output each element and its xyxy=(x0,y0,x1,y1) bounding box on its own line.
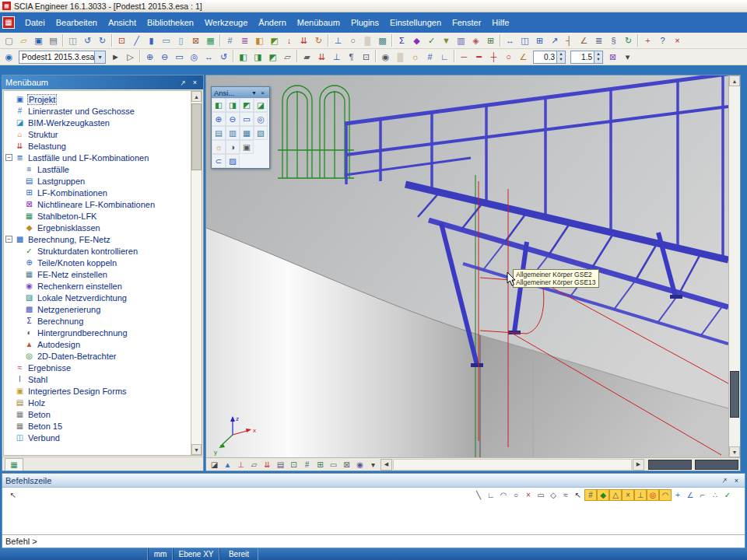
view-top-icon[interactable]: ◧ xyxy=(236,50,251,64)
hidden-line-icon[interactable]: ◩ xyxy=(240,98,254,112)
scale-small-stepper[interactable]: 0.3 ▲▼ xyxy=(533,51,566,64)
section-display-icon[interactable]: ▭ xyxy=(327,459,340,471)
scroll-up-icon[interactable]: ▲ xyxy=(729,75,740,86)
erase-icon[interactable]: × xyxy=(522,489,535,501)
camera-view-icon[interactable]: ◉ xyxy=(378,50,393,64)
point-load-tool-icon[interactable]: ↓ xyxy=(282,33,296,47)
line-load-tool-icon[interactable]: ⇊ xyxy=(296,33,311,47)
draw-spline-icon[interactable]: ≈ xyxy=(559,489,572,501)
menu-ändern[interactable]: Ändern xyxy=(253,16,291,29)
menu-plugins[interactable]: Plugins xyxy=(345,16,384,29)
scroll-up-icon[interactable]: ▲ xyxy=(191,91,202,102)
open-project-icon[interactable]: ▱ xyxy=(16,33,31,47)
new-project-icon[interactable]: ▢ xyxy=(2,33,16,47)
tree-item-beton[interactable]: ▦Beton xyxy=(4,408,191,420)
tree-item-netzgenerierung[interactable]: ▩Netzgenerierung xyxy=(4,303,191,315)
number-display-icon[interactable]: # xyxy=(300,459,314,471)
tree-item-struktur[interactable]: ⌂Struktur xyxy=(4,128,191,140)
tree-item-fe-netz-einstellen[interactable]: ▦FE-Netz einstellen xyxy=(4,268,191,280)
storey-tool-icon[interactable]: ≣ xyxy=(237,33,252,47)
close-icon[interactable]: × xyxy=(258,89,267,96)
snap-center-icon[interactable]: ◎ xyxy=(647,489,659,501)
view-front-icon[interactable]: ◨ xyxy=(251,50,265,64)
plate-tool-icon[interactable]: ▭ xyxy=(159,33,174,47)
close-view-icon[interactable]: × xyxy=(670,33,685,47)
hatch-icon[interactable]: ▨ xyxy=(226,154,240,168)
settings-tool-icon[interactable]: + xyxy=(640,33,655,47)
tree-item-stahl[interactable]: IStahl xyxy=(4,373,191,385)
refresh-view-icon[interactable]: ↻ xyxy=(621,33,636,47)
steel-check-icon[interactable]: ✓ xyxy=(424,33,439,47)
layer-manager-icon[interactable]: ≣ xyxy=(591,33,606,47)
scale-large-stepper[interactable]: 1.5 ▲▼ xyxy=(570,51,603,64)
confirm-icon[interactable]: ✓ xyxy=(721,489,734,501)
tree-item-integriertes-design-forms[interactable]: ▣Integriertes Design Forms xyxy=(4,385,191,397)
chevron-down-icon[interactable]: ▾ xyxy=(250,89,258,96)
measure-tool-icon[interactable]: ∠ xyxy=(577,33,591,47)
menu-menübaum[interactable]: Menübaum xyxy=(292,16,345,29)
snap-intersection-icon[interactable]: × xyxy=(622,489,634,501)
rotate-view-icon[interactable]: ↺ xyxy=(216,50,231,64)
opening-tool-icon[interactable]: ⊠ xyxy=(188,33,203,47)
viewport-vscroll-thumb[interactable] xyxy=(730,371,739,418)
copy-picture-icon[interactable]: ◫ xyxy=(65,33,80,47)
show-loads-icon[interactable]: ⇊ xyxy=(314,50,329,64)
calculate-icon[interactable]: Σ xyxy=(395,33,409,47)
chevron-down-icon[interactable]: ▾ xyxy=(94,51,105,63)
model-view[interactable]: x y z Ansi... ▾ xyxy=(206,75,728,457)
menu-werkzeuge[interactable]: Werkzeuge xyxy=(199,16,253,29)
view-palette-header[interactable]: Ansi... ▾ × xyxy=(212,87,269,98)
zoom-in-icon[interactable]: ⊕ xyxy=(142,50,157,64)
menu-hilfe[interactable]: Hilfe xyxy=(486,16,514,29)
tree-item-stahlbeton-lfk[interactable]: ▦Stahlbeton-LFK xyxy=(4,210,191,222)
angle-tool-icon[interactable]: ∠ xyxy=(516,50,531,64)
menu-datei[interactable]: Datei xyxy=(19,16,51,29)
general-solid-tool-icon[interactable]: ◩ xyxy=(267,33,282,47)
clip-plane-icon[interactable]: ▣ xyxy=(240,140,254,154)
load-display-icon[interactable]: ⇊ xyxy=(261,459,274,471)
tree-item-verbund[interactable]: ◫Verbund xyxy=(4,432,191,443)
tree-item-lastfälle[interactable]: ≡Lastfälle xyxy=(4,163,191,175)
array-tool-icon[interactable]: ⊞ xyxy=(532,33,547,47)
shading-icon[interactable]: ◧ xyxy=(212,98,226,112)
tree-scrollbar[interactable]: ▲ ▼ xyxy=(191,91,202,455)
wireframe-mode-icon[interactable]: ▱ xyxy=(280,50,295,64)
light-icon[interactable]: ☼ xyxy=(212,140,226,154)
menu-bearbeiten[interactable]: Bearbeiten xyxy=(51,16,103,29)
tree-item-berechnung-fe-netz[interactable]: −▩Berechnung, FE-Netz xyxy=(4,233,191,245)
snap-midpoint-icon[interactable]: △ xyxy=(609,489,622,501)
draw-polyline-icon[interactable]: ∟ xyxy=(485,489,497,501)
ucs-toggle-icon[interactable]: ⌐ xyxy=(696,489,709,501)
zoom-all-icon[interactable]: ◎ xyxy=(187,50,202,64)
tree-item-lokale-netzverdichtung[interactable]: ▨Lokale Netzverdichtung xyxy=(4,292,191,303)
mesh-tool-icon[interactable]: ▩ xyxy=(375,33,390,47)
moment-load-tool-icon[interactable]: ↻ xyxy=(311,33,326,47)
catalog-block-tool-icon[interactable]: ◧ xyxy=(252,33,267,47)
axes-toggle-icon[interactable]: ⊥ xyxy=(234,459,247,471)
load-panel-tool-icon[interactable]: ▦ xyxy=(203,33,218,47)
coord-relative-icon[interactable]: ∠ xyxy=(684,489,696,501)
pan-view-icon[interactable]: ↔ xyxy=(202,50,216,64)
light-mode-icon[interactable]: ☼ xyxy=(408,50,423,64)
snap-arc-icon[interactable]: ◠ xyxy=(659,489,672,501)
deselect-all-icon[interactable]: ▷ xyxy=(123,50,138,64)
select-elements-icon[interactable]: ► xyxy=(108,50,123,64)
command-input[interactable]: Befehl > xyxy=(2,534,745,548)
zoom-out-icon[interactable]: ⊖ xyxy=(157,50,172,64)
zoom-window-icon[interactable]: ▭ xyxy=(240,112,254,126)
show-labels-icon[interactable]: ¶ xyxy=(344,50,359,64)
red-dim-line-icon[interactable]: ─ xyxy=(457,50,472,64)
zoom-window-icon[interactable]: ▭ xyxy=(172,50,187,64)
cursor-select-icon[interactable]: ↖ xyxy=(572,489,584,501)
pointer-icon[interactable]: ↖ xyxy=(7,489,19,501)
section-3d-icon[interactable]: ⊡ xyxy=(359,50,374,64)
draw-rect-icon[interactable]: ▭ xyxy=(535,489,547,501)
tree-scroll-track[interactable] xyxy=(191,102,202,444)
show-supports-icon[interactable]: ⊥ xyxy=(329,50,344,64)
draw-arc-icon[interactable]: ◠ xyxy=(497,489,510,501)
menu-fenster[interactable]: Fenster xyxy=(447,16,486,29)
surface-toggle-icon[interactable]: ▱ xyxy=(247,459,261,471)
status-units[interactable]: mm xyxy=(148,548,173,560)
zoom-out-icon[interactable]: ⊖ xyxy=(226,112,240,126)
rendered-mode-icon[interactable]: ▰ xyxy=(300,50,314,64)
